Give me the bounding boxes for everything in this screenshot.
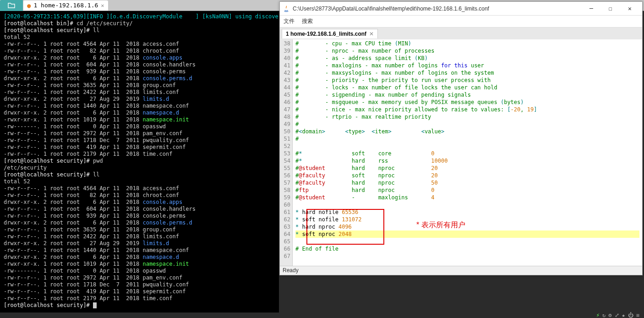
- signal-icon[interactable]: ⚡: [596, 312, 600, 318]
- connection-tab[interactable]: ● 1 home-192.168.1.6 ✕: [23, 0, 108, 11]
- editor-title: C:\Users\28773\AppData\Local\finalshell\…: [293, 5, 582, 12]
- close-icon[interactable]: ✕: [369, 31, 374, 37]
- refresh-icon[interactable]: ↻: [602, 312, 606, 318]
- editor-tab[interactable]: 1 home-192.168.1.6_limits.conf ✕: [282, 29, 378, 38]
- maximize-button[interactable]: ☐: [601, 2, 620, 16]
- minimize-button[interactable]: ─: [582, 2, 601, 16]
- terminal[interactable]: [2020-05-29T23:15:45,039][INFO ][o.e.d.D…: [0, 11, 279, 313]
- statusbar: Ready: [280, 266, 642, 275]
- menu-icon[interactable]: ≡: [636, 312, 639, 318]
- status-dot-icon: ●: [27, 2, 31, 9]
- editor-window: C:\Users\28773\AppData\Local\finalshell\…: [279, 1, 643, 275]
- expand-icon[interactable]: ⤢: [615, 312, 619, 318]
- editor-tab-title: 1 home-192.168.1.6_limits.conf: [286, 31, 366, 37]
- java-icon: [283, 5, 290, 12]
- power-icon[interactable]: ⏻: [628, 312, 633, 318]
- status-text: Ready: [283, 267, 299, 274]
- close-icon[interactable]: ✕: [101, 2, 104, 9]
- editor-titlebar[interactable]: C:\Users\28773\AppData\Local\finalshell\…: [280, 2, 642, 16]
- tab-title: 1 home-192.168.1.6: [33, 2, 98, 9]
- editor-body[interactable]: 3839404142434445464748495051525354555657…: [280, 39, 642, 266]
- bottom-strip: ⚡ ↻ ⚙ ⤢ ★ ⏻ ≡: [0, 313, 644, 318]
- settings-icon[interactable]: ⚙: [608, 312, 611, 318]
- app-icon[interactable]: [0, 0, 23, 11]
- editor-tabstrip: 1 home-192.168.1.6_limits.conf ✕: [280, 27, 642, 39]
- line-gutter: 3839404142434445464748495051525354555657…: [280, 39, 293, 266]
- menu-file[interactable]: 文件: [284, 17, 295, 25]
- menu-search[interactable]: 搜索: [302, 17, 313, 25]
- star-icon[interactable]: ★: [622, 312, 625, 318]
- close-button[interactable]: ✕: [620, 2, 639, 16]
- code-area[interactable]: # - cpu - max CPU time (MIN)# - nproc - …: [293, 39, 642, 266]
- editor-menubar: 文件 搜索: [280, 16, 642, 27]
